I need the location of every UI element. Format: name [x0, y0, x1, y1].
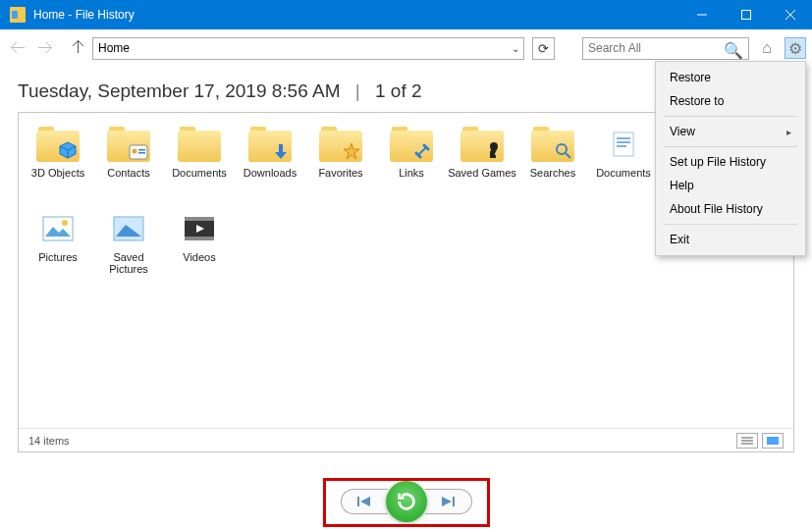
svg-marker-39	[442, 497, 452, 506]
svg-point-9	[133, 149, 137, 154]
folder-icon	[246, 125, 294, 164]
svg-rect-1	[741, 11, 750, 20]
menu-restore-to[interactable]: Restore to	[656, 89, 805, 113]
snapshot-position: 1 of 2	[375, 80, 422, 101]
item-label: Favorites	[318, 167, 362, 179]
restore-button[interactable]	[386, 481, 427, 522]
folder-icon	[176, 209, 223, 248]
toolbar: 🡠 🡢 🡡 Home ⌄ ⟳ 🔍 ⌂ ⚙	[0, 29, 812, 61]
item-label: Videos	[183, 251, 215, 263]
path-text: Home	[98, 41, 130, 55]
svg-rect-18	[614, 132, 633, 156]
svg-marker-38	[360, 497, 370, 506]
item-count: 14 items	[28, 435, 70, 447]
folder-item[interactable]: Pictures	[23, 207, 93, 291]
folder-icon	[600, 125, 647, 164]
search-icon: 🔍	[724, 41, 743, 60]
up-button[interactable]: 🡡	[69, 38, 88, 58]
refresh-button[interactable]: ⟳	[532, 37, 555, 60]
path-box[interactable]: Home ⌄	[92, 37, 524, 60]
menu-exit[interactable]: Exit	[656, 228, 805, 251]
chevron-down-icon[interactable]: ⌄	[512, 43, 519, 54]
item-label: Pictures	[38, 251, 78, 263]
menu-about[interactable]: About File History	[656, 197, 805, 221]
item-label: Documents	[596, 167, 651, 179]
search-wrap: 🔍	[582, 37, 749, 60]
minimize-button[interactable]	[679, 0, 724, 29]
item-label: 3D Objects	[31, 167, 84, 179]
item-label: Searches	[530, 167, 575, 179]
folder-item[interactable]: Favorites	[305, 123, 376, 207]
next-version-button[interactable]	[425, 489, 472, 514]
menu-restore[interactable]: Restore	[656, 66, 805, 89]
folder-icon	[317, 125, 364, 164]
folder-item[interactable]: Saved Pictures	[93, 207, 164, 291]
folder-item[interactable]: Saved Games	[447, 123, 517, 207]
svg-rect-19	[617, 137, 630, 139]
svg-point-16	[557, 144, 567, 154]
settings-menu: Restore Restore to View▸ Set up File His…	[655, 61, 806, 256]
maximize-button[interactable]	[724, 0, 768, 29]
folder-icon	[459, 125, 506, 164]
svg-marker-14	[275, 152, 287, 159]
window-buttons	[679, 0, 812, 29]
titlebar: Home - File History	[0, 0, 812, 29]
forward-button[interactable]: 🡢	[33, 38, 57, 58]
svg-rect-24	[43, 217, 73, 240]
close-button[interactable]	[768, 0, 812, 29]
details-view-button[interactable]	[736, 433, 758, 449]
folder-item[interactable]: Downloads	[235, 123, 305, 207]
folder-icon	[34, 125, 81, 164]
svg-rect-30	[185, 217, 214, 221]
folder-icon	[176, 125, 223, 164]
svg-marker-15	[344, 143, 359, 159]
svg-rect-13	[279, 144, 283, 152]
snapshot-datetime: Tuesday, September 17, 2019 8:56 AM	[18, 80, 340, 101]
svg-point-26	[62, 220, 68, 226]
folder-icon	[105, 209, 152, 248]
folder-item[interactable]: Documents	[588, 123, 659, 207]
window-title: Home - File History	[33, 8, 679, 22]
folder-item[interactable]: Searches	[517, 123, 588, 207]
status-bar: 14 items	[19, 428, 793, 451]
thumbnails-view-button[interactable]	[762, 433, 784, 449]
item-label: Links	[399, 167, 424, 179]
home-icon[interactable]: ⌂	[756, 37, 778, 59]
folder-icon	[34, 209, 81, 248]
item-label: Downloads	[244, 167, 297, 179]
folder-item[interactable]: Videos	[164, 207, 235, 291]
previous-version-button[interactable]	[341, 489, 388, 514]
app-icon	[10, 7, 26, 23]
svg-rect-21	[617, 145, 626, 147]
folder-item[interactable]: 3D Objects	[23, 123, 93, 207]
svg-rect-10	[138, 149, 145, 151]
item-label: Saved Pictures	[93, 251, 164, 275]
svg-rect-31	[185, 237, 214, 240]
menu-help[interactable]: Help	[656, 174, 805, 197]
folder-item[interactable]: Links	[376, 123, 447, 207]
item-label: Contacts	[107, 167, 149, 179]
folder-icon	[105, 125, 152, 164]
version-controls	[341, 481, 472, 522]
item-label: Documents	[172, 167, 227, 179]
menu-setup[interactable]: Set up File History	[656, 150, 805, 174]
menu-view[interactable]: View▸	[656, 120, 805, 143]
folder-item[interactable]: Documents	[164, 123, 235, 207]
folder-icon	[388, 125, 435, 164]
item-label: Saved Games	[448, 167, 516, 179]
svg-line-17	[566, 153, 570, 158]
back-button[interactable]: 🡠	[6, 38, 29, 58]
chevron-right-icon: ▸	[786, 127, 791, 137]
svg-rect-11	[138, 152, 145, 154]
folder-item[interactable]: Contacts	[93, 123, 164, 207]
folder-icon	[529, 125, 576, 164]
svg-rect-36	[767, 437, 779, 445]
gear-icon[interactable]: ⚙	[785, 37, 806, 59]
svg-rect-20	[617, 141, 630, 143]
